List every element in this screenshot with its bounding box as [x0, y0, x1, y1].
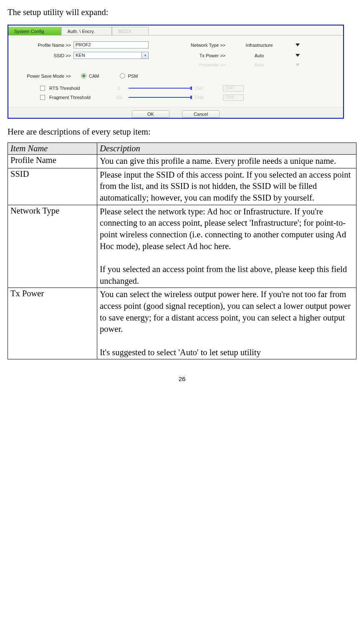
checkbox-frag[interactable]: [40, 95, 45, 100]
tab-8021x: 8021X: [112, 27, 149, 35]
radio-cam-label: CAM: [89, 74, 99, 79]
cell-desc: You can select the wireless output power…: [97, 288, 356, 359]
value-preamble: Auto: [228, 62, 291, 67]
table-row: Network Type Please select the network t…: [8, 205, 356, 288]
th-item-name: Item Name: [8, 143, 97, 155]
radio-cam[interactable]: [81, 73, 86, 79]
radio-psm[interactable]: [120, 73, 125, 79]
cell-desc: Please input the SSID of this access poi…: [97, 168, 356, 205]
value-tx-power: Auto: [228, 53, 291, 58]
th-description: Description: [97, 143, 356, 155]
cell-desc: Please select the network type: Ad hoc o…: [97, 205, 356, 288]
label-ssid: SSID >>: [15, 53, 73, 58]
checkbox-rts[interactable]: [40, 86, 45, 91]
setup-utility-screenshot: System Config Auth. \ Encry. 8021X Profi…: [8, 25, 344, 119]
frag-min: 256: [113, 95, 125, 100]
tab-system-config[interactable]: System Config: [8, 27, 61, 35]
cell-item: Tx Power: [8, 288, 97, 359]
slider-frag[interactable]: [129, 97, 191, 98]
label-preamble: Preamble >>: [169, 62, 228, 67]
rts-value-box: 2347: [223, 85, 244, 92]
table-row: SSID Please input the SSID of this acces…: [8, 168, 356, 205]
cell-desc: You can give this profile a name. Every …: [97, 155, 356, 168]
value-network-type: Infrastructure: [228, 43, 291, 48]
dropdown-preamble: [296, 64, 300, 66]
rts-max: 2347: [195, 86, 210, 91]
cell-item: Network Type: [8, 205, 97, 288]
label-tx-power: Tx Power >>: [169, 53, 228, 58]
label-network-type: Network Type >>: [169, 43, 228, 48]
slider-rts[interactable]: [129, 88, 191, 89]
label-profile-name: Profile Name >>: [15, 43, 73, 48]
rts-min: 0: [113, 86, 125, 91]
cancel-button[interactable]: Cancel: [182, 110, 220, 118]
table-row: Profile Name You can give this profile a…: [8, 155, 356, 168]
input-ssid[interactable]: KEN: [73, 52, 142, 59]
ok-button[interactable]: OK: [132, 110, 169, 118]
frag-max: 2346: [195, 95, 210, 100]
dropdown-tx-power[interactable]: [296, 54, 300, 57]
description-table: Item Name Description Profile Name You c…: [8, 143, 356, 359]
input-profile-name[interactable]: PROF2: [73, 41, 149, 48]
table-row: Tx Power You can select the wireless out…: [8, 288, 356, 359]
label-rts: RTS Threshold: [49, 86, 112, 91]
intro-text-1: The setup utility will expand:: [8, 8, 356, 17]
tab-auth-encry[interactable]: Auth. \ Encry.: [61, 27, 112, 35]
page-number: 26: [8, 375, 356, 382]
ssid-dropdown-arrow[interactable]: ▾: [142, 52, 149, 59]
tab-bar: System Config Auth. \ Encry. 8021X: [8, 25, 343, 36]
label-frag: Fragment Threshold: [49, 95, 112, 100]
label-power-save-mode: Power Save Mode >>: [15, 74, 73, 79]
intro-text-2: Here are descriptions of every setup ite…: [8, 127, 356, 137]
frag-value-box: 2346: [223, 94, 244, 101]
cell-item: SSID: [8, 168, 97, 205]
radio-psm-label: PSM: [128, 74, 138, 79]
cell-item: Profile Name: [8, 155, 97, 168]
dropdown-network-type[interactable]: [296, 43, 300, 46]
